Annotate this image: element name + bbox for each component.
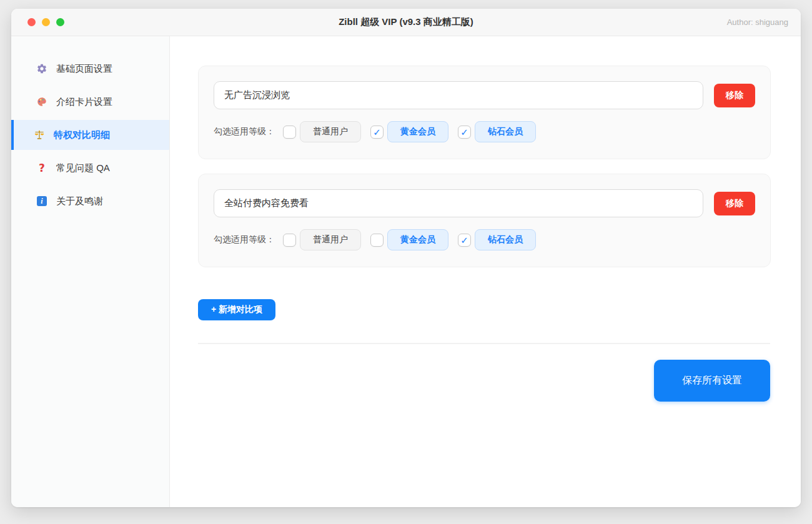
sidebar-item-privilege-comparison[interactable]: 特权对比明细 — [11, 120, 169, 150]
level-button-normal-user[interactable]: 普通用户 — [300, 229, 361, 250]
level-button-diamond-member[interactable]: 钻石会员 — [475, 121, 536, 142]
add-comparison-item-button[interactable]: + 新增对比项 — [198, 299, 275, 320]
titlebar: Zibll 超级 VIP (v9.3 商业精工版) Author: shigua… — [11, 9, 801, 36]
sidebar-item-about[interactable]: 关于及鸣谢 — [11, 186, 169, 216]
close-window-button[interactable] — [27, 18, 36, 26]
level-checkbox-diamond-member[interactable] — [458, 126, 471, 139]
sidebar: 基础页面设置 介绍卡片设置 特权对比明细 常见问题 QA 关于及 — [11, 36, 170, 507]
window-title: Zibll 超级 VIP (v9.3 商业精工版) — [339, 16, 473, 28]
remove-button[interactable]: 移除 — [714, 84, 755, 107]
sidebar-item-label: 介绍卡片设置 — [56, 96, 112, 108]
section-divider — [198, 343, 770, 344]
levels-label: 勾选适用等级： — [214, 126, 275, 137]
sidebar-item-faq[interactable]: 常见问题 QA — [11, 153, 169, 183]
feature-title-input[interactable] — [214, 189, 703, 217]
feature-title-input[interactable] — [214, 81, 703, 109]
comparison-item-card: 移除 勾选适用等级： 普通用户 黄金会员 钻石会员 — [198, 66, 771, 159]
level-checkbox-diamond-member[interactable] — [458, 234, 471, 247]
scales-icon — [34, 129, 45, 141]
minimize-window-button[interactable] — [42, 18, 50, 26]
info-icon — [36, 195, 47, 207]
sidebar-item-intro-card-settings[interactable]: 介绍卡片设置 — [11, 87, 169, 117]
sidebar-item-base-page-settings[interactable]: 基础页面设置 — [11, 54, 169, 84]
level-checkbox-gold-member[interactable] — [370, 234, 384, 247]
levels-label: 勾选适用等级： — [214, 234, 275, 245]
sidebar-item-label: 关于及鸣谢 — [56, 195, 103, 207]
zoom-window-button[interactable] — [56, 18, 64, 26]
sidebar-item-label: 常见问题 QA — [56, 162, 110, 174]
level-checkbox-normal-user[interactable] — [283, 126, 296, 139]
gear-icon — [36, 63, 47, 74]
question-icon — [36, 162, 47, 174]
level-button-gold-member[interactable]: 黄金会员 — [387, 229, 448, 250]
save-all-settings-button[interactable]: 保存所有设置 — [654, 360, 770, 402]
remove-button[interactable]: 移除 — [714, 192, 755, 215]
palette-icon — [36, 96, 47, 107]
level-button-diamond-member[interactable]: 钻石会员 — [475, 229, 536, 250]
level-button-gold-member[interactable]: 黄金会员 — [387, 121, 448, 142]
level-button-normal-user[interactable]: 普通用户 — [300, 121, 361, 142]
main-content: 移除 勾选适用等级： 普通用户 黄金会员 钻石会员 — [170, 36, 801, 507]
sidebar-item-label: 特权对比明细 — [54, 129, 110, 141]
level-checkbox-normal-user[interactable] — [283, 234, 296, 247]
window-controls — [27, 18, 64, 26]
level-checkbox-gold-member[interactable] — [370, 126, 384, 139]
comparison-item-card: 移除 勾选适用等级： 普通用户 黄金会员 钻石会员 — [198, 174, 771, 267]
sidebar-item-label: 基础页面设置 — [56, 63, 112, 75]
author-label: Author: shiguang — [727, 17, 788, 27]
app-window: Zibll 超级 VIP (v9.3 商业精工版) Author: shigua… — [11, 9, 801, 507]
